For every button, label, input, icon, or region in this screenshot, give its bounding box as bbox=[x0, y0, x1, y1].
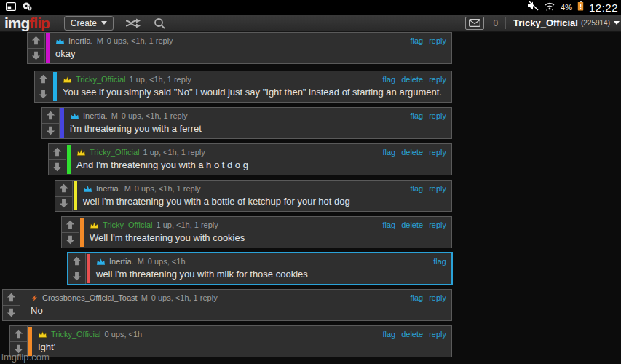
crown-icon bbox=[63, 76, 72, 84]
wifi-icon bbox=[544, 1, 555, 14]
mod-badge: M bbox=[97, 36, 103, 45]
comment-meta: 0 ups, <1h, 1 reply bbox=[122, 111, 188, 120]
comment-meta: 0 ups, <1h bbox=[148, 257, 186, 266]
flag-link[interactable]: flag bbox=[410, 293, 423, 302]
reply-link[interactable]: reply bbox=[429, 221, 446, 229]
comment-body: Tricky_Official 0 ups, <1h flagdeleterep… bbox=[28, 326, 451, 357]
comment-actions: flagdeletereply bbox=[382, 221, 446, 229]
comment-actions: flagreply bbox=[410, 111, 446, 120]
username-link[interactable]: Inertia. bbox=[96, 184, 121, 193]
username-link[interactable]: Tricky_Official bbox=[90, 148, 139, 157]
comment-body: Inertia. M 0 ups, <1h, 1 reply flagreply… bbox=[60, 108, 451, 138]
username-link[interactable]: Tricky_Official bbox=[76, 75, 125, 84]
envelope-icon bbox=[469, 19, 480, 27]
account-menu[interactable]: Tricky_Official (225914) bbox=[513, 17, 620, 28]
downvote-button[interactable] bbox=[42, 124, 59, 139]
comment-row: Crossbones_Official_Toast M 0 ups, <1h, … bbox=[2, 289, 452, 321]
imgflip-logo[interactable]: imgflip bbox=[4, 15, 50, 31]
flag-link[interactable]: flag bbox=[410, 36, 423, 45]
reply-link[interactable]: reply bbox=[429, 330, 446, 339]
upvote-button[interactable] bbox=[28, 33, 44, 49]
delete-link[interactable]: delete bbox=[401, 330, 423, 339]
downvote-button[interactable] bbox=[28, 49, 44, 64]
downvote-button[interactable] bbox=[68, 269, 85, 285]
comment-actions: flagreply bbox=[410, 293, 446, 302]
vote-column bbox=[62, 217, 79, 248]
downvote-button[interactable] bbox=[3, 306, 20, 321]
flag-link[interactable]: flag bbox=[410, 184, 423, 193]
reply-link[interactable]: reply bbox=[429, 293, 446, 302]
comment-meta: 0 ups, <1h, 1 reply bbox=[151, 293, 218, 302]
delete-link[interactable]: delete bbox=[401, 221, 423, 229]
notification-count[interactable]: 0 bbox=[493, 18, 498, 28]
upvote-button[interactable] bbox=[3, 290, 20, 306]
upvote-button[interactable] bbox=[42, 108, 59, 124]
comment-meta: 0 ups, <1h, 1 reply bbox=[135, 184, 201, 193]
vote-column bbox=[35, 71, 52, 102]
delete-link[interactable]: delete bbox=[401, 75, 423, 84]
username-link[interactable]: Crossbones_Official_Toast bbox=[42, 293, 138, 302]
comment-text: well i'm threatening you with a bottle o… bbox=[83, 196, 350, 207]
comment-thread: Inertia. M 0 ups, <1h, 1 reply flagreply… bbox=[0, 0, 621, 364]
depth-stripe bbox=[80, 218, 84, 247]
flag-link[interactable]: flag bbox=[382, 221, 395, 229]
upvote-button[interactable] bbox=[49, 144, 66, 160]
upvote-button[interactable] bbox=[62, 217, 79, 233]
watermark: imgflip.com bbox=[1, 352, 50, 363]
comment-meta-row: Inertia. M 0 ups, <1h, 1 reply flagreply bbox=[55, 36, 446, 46]
messages-button[interactable] bbox=[465, 17, 484, 30]
username-link[interactable]: Inertia. bbox=[68, 36, 93, 45]
delete-link[interactable]: delete bbox=[401, 148, 423, 157]
comment-text: Well I'm threatening you with cookies bbox=[90, 232, 245, 243]
comment-actions: flagreply bbox=[410, 36, 446, 45]
downvote-button[interactable] bbox=[49, 160, 66, 175]
chevron-down-icon bbox=[101, 21, 107, 25]
comment-meta: 1 up, <1h, 1 reply bbox=[156, 221, 218, 229]
battery-icon bbox=[577, 1, 584, 14]
bolt-icon bbox=[31, 294, 39, 302]
upvote-button[interactable] bbox=[68, 253, 85, 269]
username-link[interactable]: Tricky_Official bbox=[103, 221, 152, 229]
downvote-button[interactable] bbox=[35, 87, 52, 103]
vote-column bbox=[49, 144, 66, 175]
crown-icon bbox=[83, 185, 92, 193]
status-bar: 4% 12:22 bbox=[0, 0, 621, 15]
comment-body: Tricky_Official 1 up, <1h, 1 reply flagd… bbox=[52, 71, 451, 102]
reply-link[interactable]: reply bbox=[429, 148, 446, 157]
flag-link[interactable]: flag bbox=[382, 148, 395, 157]
username-link[interactable]: Inertia. bbox=[109, 257, 134, 266]
crown-icon bbox=[76, 149, 86, 157]
chevron-down-icon bbox=[614, 21, 620, 25]
comment-row: Inertia. M 0 ups, <1h flag well i'm thre… bbox=[68, 253, 452, 285]
flag-link[interactable]: flag bbox=[410, 111, 423, 120]
username-link[interactable]: Tricky_Official bbox=[51, 330, 100, 339]
search-icon[interactable] bbox=[154, 17, 165, 29]
comment-body: Tricky_Official 1 up, <1h, 1 reply flagd… bbox=[66, 144, 451, 175]
reply-link[interactable]: reply bbox=[429, 111, 446, 120]
crown-icon bbox=[55, 37, 65, 45]
comment-meta-row: Inertia. M 0 ups, <1h, 1 reply flagreply bbox=[83, 183, 446, 194]
comment-row: Tricky_Official 0 ups, <1h flagdeleterep… bbox=[9, 325, 452, 357]
reply-link[interactable]: reply bbox=[429, 75, 446, 84]
downvote-button[interactable] bbox=[62, 233, 79, 248]
upvote-button[interactable] bbox=[35, 71, 52, 87]
comment-meta-row: Inertia. M 0 ups, <1h flag bbox=[96, 256, 446, 266]
comment-meta: 1 up, <1h, 1 reply bbox=[143, 148, 205, 157]
comment-meta-row: Crossbones_Official_Toast M 0 ups, <1h, … bbox=[31, 293, 446, 303]
create-button[interactable]: Create bbox=[64, 16, 114, 31]
upvote-button[interactable] bbox=[55, 181, 72, 197]
username-link[interactable]: Inertia. bbox=[83, 111, 108, 120]
flag-link[interactable]: flag bbox=[382, 75, 395, 84]
comment-row: Tricky_Official 1 up, <1h, 1 reply flagd… bbox=[48, 143, 452, 175]
shuffle-icon[interactable] bbox=[125, 18, 142, 28]
screenshot-icon bbox=[6, 1, 16, 14]
downvote-button[interactable] bbox=[55, 197, 72, 212]
mod-badge: M bbox=[124, 184, 131, 193]
reply-link[interactable]: reply bbox=[429, 184, 446, 193]
depth-stripe bbox=[46, 33, 50, 63]
vote-column bbox=[68, 253, 86, 284]
upvote-button[interactable] bbox=[10, 326, 27, 342]
flag-link[interactable]: flag bbox=[433, 257, 446, 266]
flag-link[interactable]: flag bbox=[382, 330, 395, 339]
reply-link[interactable]: reply bbox=[429, 36, 446, 45]
